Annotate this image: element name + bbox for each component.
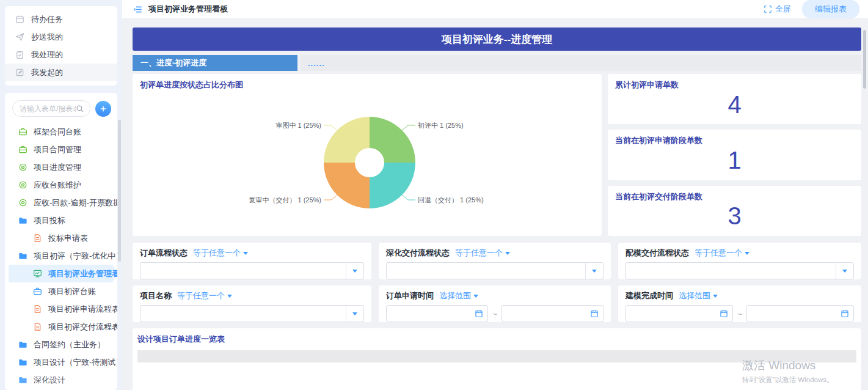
filter-name: 项目名称 bbox=[140, 290, 172, 301]
sidebar-scrollbar[interactable] bbox=[118, 120, 121, 262]
pie-slice-1[interactable] bbox=[370, 163, 415, 208]
sidebar-item-project-contract-mgmt[interactable]: 项目合同管理 bbox=[5, 141, 117, 158]
menu-item-label: 应收台账维护 bbox=[34, 180, 81, 191]
order-progress-table-card: 设计项目订单进度一览表 bbox=[133, 328, 861, 390]
sidebar-item-frame-contract-ledger[interactable]: 框架合同台账 bbox=[5, 123, 117, 141]
select-arrow-zone[interactable] bbox=[346, 263, 363, 279]
sidebar-item-receivable-invoice-data[interactable]: 应收-回款-逾期-开票数据 bbox=[5, 194, 117, 212]
clipboard-check-icon bbox=[15, 50, 24, 59]
filter-operator-dropdown[interactable]: 等于任意一个 bbox=[695, 248, 749, 259]
calendar-icon bbox=[15, 15, 24, 24]
sidebar-quick-card: 待办任务 抄送我的 我处理的 我发起的 bbox=[5, 6, 117, 86]
folder-icon bbox=[18, 216, 27, 225]
donut-chart[interactable]: 初评中 1 (25%) 回退（交付） 1 (25%) 复审中（交付） 1 (25… bbox=[140, 90, 594, 230]
menu-item-label: 项目初评（宁致-优化中） bbox=[34, 251, 117, 262]
filter-operator-dropdown[interactable]: 等于任意一个 bbox=[177, 290, 232, 301]
filter-name: 订单申请时间 bbox=[386, 290, 434, 301]
filter-name: 订单流程状态 bbox=[140, 248, 188, 259]
filter-name: 配模交付流程状态 bbox=[625, 248, 689, 259]
sidebar-item-preliminary-review-delivery-form[interactable]: 项目初评交付流程表单 bbox=[5, 318, 117, 336]
calendar-icon bbox=[590, 309, 599, 318]
stat-value: 1 bbox=[615, 146, 854, 174]
sidebar-item-preliminary-review-folder[interactable]: 项目初评（宁致-优化中） bbox=[5, 247, 117, 265]
briefcase-icon bbox=[33, 287, 42, 296]
document-edit-icon bbox=[15, 68, 24, 77]
search-input[interactable] bbox=[20, 105, 76, 113]
filter-operator-dropdown[interactable]: 等于任意一个 bbox=[455, 248, 510, 259]
file-icon bbox=[33, 322, 42, 331]
caret-down-icon bbox=[352, 312, 357, 315]
stat-value: 3 bbox=[615, 202, 854, 230]
main-scrollbar[interactable] bbox=[863, 30, 866, 89]
select-arrow-zone[interactable] bbox=[836, 263, 853, 279]
tab-progress[interactable]: 一、进度-初评进度 bbox=[133, 55, 297, 71]
pie-slice-0[interactable] bbox=[370, 117, 415, 163]
menu-item-label: 项目设计（宁致-待测试） bbox=[34, 357, 117, 368]
order-flow-status-select[interactable] bbox=[140, 262, 364, 279]
stat-title: 累计初评申请单数 bbox=[615, 79, 854, 90]
pie-leader-line bbox=[402, 125, 415, 130]
main-area: 项目初评业务管理看板 全屏 编辑报表 项目初评业务--进度管理 一、进度-初评进… bbox=[122, 0, 868, 390]
calendar-icon bbox=[841, 309, 849, 318]
sidebar-item-receivable-ledger[interactable]: 应收台账维护 bbox=[5, 176, 117, 194]
sidebar-item-project-design[interactable]: 项目设计（宁致-待测试） bbox=[5, 353, 117, 371]
calendar-icon bbox=[720, 309, 728, 318]
sidebar-item-todo-tasks[interactable]: 待办任务 bbox=[5, 10, 117, 28]
sidebar-item-cc-to-me[interactable]: 抄送我的 bbox=[5, 28, 117, 46]
filter-operator-dropdown[interactable]: 选择范围 bbox=[439, 290, 478, 301]
deepen-delivery-status-select[interactable] bbox=[386, 262, 604, 279]
modeling-finish-time-end-input[interactable] bbox=[746, 305, 854, 322]
form-search-box[interactable] bbox=[12, 100, 90, 117]
sidebar-item-preliminary-review-apply-form[interactable]: 项目初评申请流程表单 bbox=[5, 300, 117, 318]
filter-operator-dropdown[interactable]: 等于任意一个 bbox=[193, 248, 248, 259]
add-form-button[interactable] bbox=[95, 101, 111, 117]
menu-item-label: 投标申请表 bbox=[48, 233, 88, 244]
caret-down-icon bbox=[243, 252, 248, 255]
collapse-sidebar-icon[interactable] bbox=[133, 5, 142, 14]
banner-title: 项目初评业务--进度管理 bbox=[133, 28, 861, 51]
mold-delivery-status-select[interactable] bbox=[625, 262, 854, 279]
sidebar-item-label: 待办任务 bbox=[31, 14, 63, 25]
sidebar-item-handled-by-me[interactable]: 我处理的 bbox=[5, 46, 117, 64]
edit-report-button[interactable]: 编辑报表 bbox=[802, 0, 859, 18]
sidebar-item-initiated-by-me[interactable]: 我发起的 bbox=[5, 64, 117, 81]
table-header-row bbox=[137, 350, 856, 362]
sidebar-item-preliminary-review-ledger[interactable]: 项目初评台账 bbox=[5, 282, 117, 300]
target-icon bbox=[18, 198, 27, 207]
calendar-icon bbox=[475, 309, 483, 318]
tab-bar: 一、进度-初评进度 ...... bbox=[133, 55, 861, 71]
pie-chart-title: 初评单进度按状态占比分布图 bbox=[140, 79, 594, 90]
target-icon bbox=[18, 163, 27, 172]
fullscreen-button[interactable]: 全屏 bbox=[764, 4, 791, 15]
sidebar-item-project-bidding[interactable]: 项目投标 bbox=[5, 212, 117, 229]
menu-item-label: 项目初评台账 bbox=[48, 286, 96, 297]
order-apply-time-end-input[interactable] bbox=[501, 305, 604, 322]
pie-slice-2[interactable] bbox=[324, 163, 370, 208]
fullscreen-label: 全屏 bbox=[775, 4, 791, 15]
pie-slice-3[interactable] bbox=[324, 117, 370, 163]
caret-down-icon bbox=[745, 252, 749, 255]
sidebar-item-contract-signing[interactable]: 合同签约（主业务） bbox=[5, 336, 117, 353]
sidebar-item-partial-clipped[interactable]: 深化设计 bbox=[5, 371, 117, 389]
table-title: 设计项目订单进度一览表 bbox=[137, 334, 856, 345]
tab-more[interactable]: ...... bbox=[301, 55, 861, 71]
plus-icon bbox=[99, 105, 108, 113]
select-arrow-zone[interactable] bbox=[346, 306, 363, 322]
project-name-select[interactable] bbox=[140, 305, 364, 322]
folder-icon bbox=[18, 340, 27, 349]
sidebar-item-project-progress-mgmt[interactable]: 项目进度管理 bbox=[5, 158, 117, 176]
select-arrow-zone[interactable] bbox=[585, 263, 603, 279]
modeling-finish-time-start-input[interactable] bbox=[625, 305, 733, 322]
sidebar-menu-card: 框架合同台账 项目合同管理 项目进度管理 应收台账维护 应收-回款-逾期-开票数… bbox=[5, 93, 117, 390]
filter-deepen-delivery-status: 深化交付流程状态 等于任意一个 bbox=[379, 243, 611, 279]
sidebar-item-preliminary-review-dashboard[interactable]: 项目初评业务管理看板 bbox=[9, 265, 114, 282]
filter-name: 建模完成时间 bbox=[625, 290, 673, 301]
folder-icon bbox=[18, 358, 27, 367]
sidebar-item-bid-application-form[interactable]: 投标申请表 bbox=[5, 229, 117, 247]
stat-title: 当前在初评交付阶段单数 bbox=[615, 191, 854, 202]
menu-item-label: 项目初评业务管理看板 bbox=[48, 268, 117, 279]
target-icon bbox=[18, 180, 27, 189]
order-apply-time-start-input[interactable] bbox=[386, 305, 488, 322]
sidebar-menu-list: 框架合同台账 项目合同管理 项目进度管理 应收台账维护 应收-回款-逾期-开票数… bbox=[5, 123, 117, 390]
filter-operator-dropdown[interactable]: 选择范围 bbox=[679, 290, 718, 301]
